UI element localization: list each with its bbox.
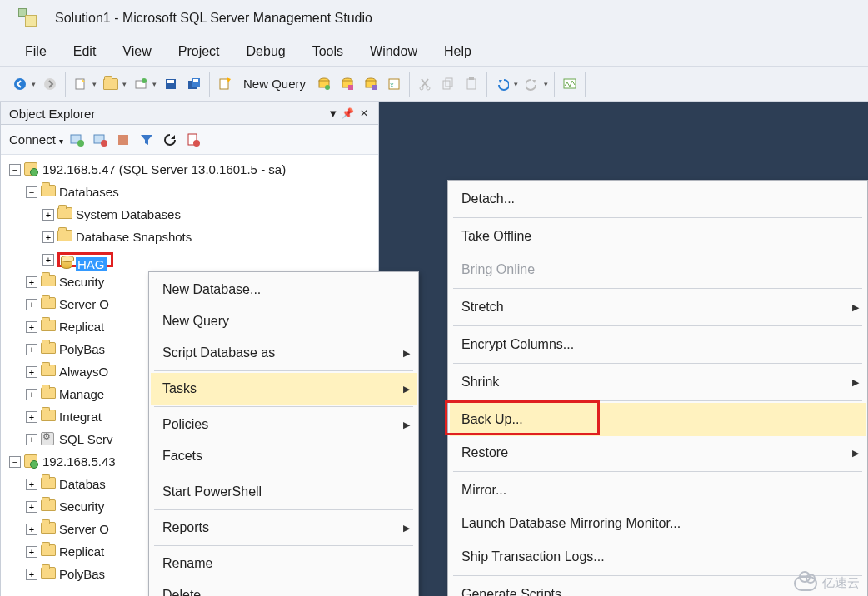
menu-debug[interactable]: Debug [233,41,299,62]
separator [453,575,862,576]
svg-rect-25 [446,78,452,87]
task-ship-logs[interactable]: Ship Transaction Logs... [450,540,866,574]
folder-icon [41,410,56,421]
add-dropdown[interactable]: ▾ [152,80,159,88]
task-detach[interactable]: Detach... [450,182,866,216]
expand-icon[interactable]: + [26,524,37,535]
menu-window[interactable]: Window [357,41,431,62]
redo-icon [522,74,542,94]
new-query-icon[interactable] [215,74,235,94]
expand-icon[interactable]: + [26,321,37,333]
activity-monitor-icon[interactable] [560,74,580,94]
panel-dropdown-icon[interactable]: ▾ [330,106,337,121]
tree-database-snapshots[interactable]: +Database Snapshots [4,226,377,248]
connect-button[interactable]: Connect ▾ [7,131,65,148]
ctx-delete[interactable]: Delete [151,579,417,596]
connect-icon[interactable] [67,131,86,149]
tree-selected-database[interactable]: +HAG [4,248,377,271]
expand-icon[interactable]: + [26,501,37,513]
new-item-icon[interactable] [71,74,91,94]
filter-icon[interactable] [137,131,156,149]
folder-icon [41,185,56,196]
folder-icon [41,275,56,286]
menu-file[interactable]: File [12,41,60,62]
expand-icon[interactable]: + [26,546,37,558]
xml-query-icon[interactable]: X [384,74,404,94]
ctx-rename[interactable]: Rename [151,548,417,579]
expand-icon[interactable]: + [26,344,37,355]
paste-icon [461,74,481,94]
ctx-new-query[interactable]: New Query [151,305,417,337]
ctx-tasks[interactable]: Tasks [151,373,417,405]
svg-point-0 [14,78,26,90]
window-title: Solution1 - Microsoft SQL Server Managem… [55,11,372,26]
expand-icon[interactable]: + [26,411,37,423]
expand-icon[interactable]: + [26,276,37,288]
expand-icon[interactable]: + [26,366,37,378]
task-restore[interactable]: Restore [450,436,866,469]
nav-back-icon[interactable] [10,74,30,94]
ctx-facets[interactable]: Facets [151,440,417,472]
pin-icon[interactable]: 📌 [342,107,353,119]
new-item-dropdown[interactable]: ▾ [92,80,99,88]
task-encrypt-columns[interactable]: Encrypt Columns... [450,328,866,361]
db-query-icon-2[interactable] [337,74,357,94]
menu-edit[interactable]: Edit [60,41,110,62]
svg-rect-6 [167,80,174,83]
menu-tools[interactable]: Tools [299,41,357,62]
new-query-button[interactable]: New Query [238,74,311,94]
separator [453,217,862,218]
tree-server1[interactable]: −192.168.5.47 (SQL Server 13.0.1601.5 - … [4,158,377,181]
task-shrink[interactable]: Shrink [450,365,866,399]
save-all-icon[interactable] [184,74,204,94]
menu-view[interactable]: View [109,41,164,62]
refresh-icon[interactable] [161,131,179,149]
ctx-policies[interactable]: Policies [151,409,417,440]
undo-dropdown[interactable]: ▾ [514,80,521,88]
open-icon[interactable] [101,74,121,94]
task-mirror[interactable]: Mirror... [450,474,866,507]
ctx-script-database-as[interactable]: Script Database as [151,337,417,369]
expand-icon[interactable]: + [42,209,54,221]
save-icon[interactable] [161,74,181,94]
expand-icon[interactable]: + [26,479,37,490]
expand-icon[interactable]: + [26,389,37,400]
expand-icon[interactable]: + [26,434,37,445]
db-query-icon-1[interactable] [314,74,334,94]
nav-back-dropdown[interactable]: ▾ [32,80,38,88]
title-bar: Solution1 - Microsoft SQL Server Managem… [0,0,868,37]
stop-icon[interactable] [114,131,132,149]
db-query-icon-3[interactable] [361,74,381,94]
tree-databases[interactable]: −Databases [4,181,377,203]
ctx-start-powershell[interactable]: Start PowerShell [151,476,417,508]
task-back-up[interactable]: Back Up... [450,403,866,436]
collapse-icon[interactable]: − [9,456,21,468]
open-dropdown[interactable]: ▾ [122,80,129,88]
tree-system-databases[interactable]: +System Databases [4,203,377,226]
undo-icon[interactable] [492,74,512,94]
menu-help[interactable]: Help [431,41,485,62]
add-icon[interactable] [131,74,151,94]
task-launch-mirror-monitor[interactable]: Launch Database Mirroring Monitor... [450,507,866,540]
task-take-offline[interactable]: Take Offline [450,220,866,253]
script-icon[interactable] [184,131,202,149]
nav-forward-icon[interactable] [40,74,60,94]
expand-icon[interactable]: + [26,569,37,580]
ctx-new-database[interactable]: New Database... [151,274,417,305]
expand-icon[interactable]: + [42,254,54,266]
ctx-reports[interactable]: Reports [151,512,417,544]
disconnect-icon[interactable] [91,131,109,149]
menu-project[interactable]: Project [165,41,233,62]
svg-point-1 [44,78,56,90]
close-icon[interactable]: ✕ [358,107,370,119]
expand-icon[interactable]: + [26,299,37,310]
folder-icon [41,342,56,354]
task-generate-scripts[interactable]: Generate Scripts... [450,578,866,596]
task-stretch[interactable]: Stretch [450,291,866,324]
expand-icon[interactable]: + [42,231,54,243]
collapse-icon[interactable]: − [9,164,21,176]
separator [154,406,413,407]
database-context-menu: New Database... New Query Script Databas… [148,271,419,596]
collapse-icon[interactable]: − [26,186,37,198]
folder-icon [57,230,72,241]
